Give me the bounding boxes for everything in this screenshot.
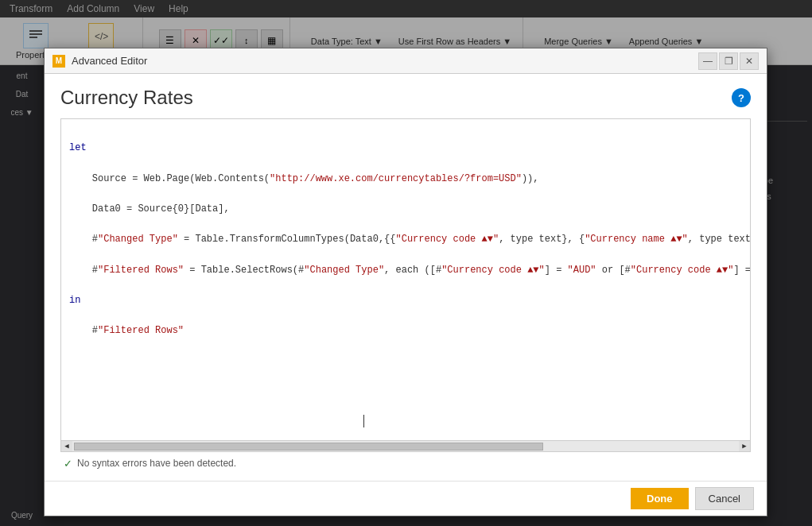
modal-controls: — ❐ ✕ (698, 52, 759, 70)
minimize-button[interactable]: — (698, 52, 717, 70)
cancel-button[interactable]: Cancel (695, 487, 754, 510)
text-cursor (363, 415, 364, 427)
modal-titlebar: M Advanced Editor — ❐ ✕ (45, 48, 767, 74)
status-text: No syntax errors have been detected. (77, 458, 236, 469)
status-bar: ✓ No syntax errors have been detected. (60, 452, 751, 474)
status-check-icon: ✓ (64, 458, 72, 470)
modal-header: Currency Rates ? (60, 87, 751, 109)
done-button[interactable]: Done (631, 488, 689, 509)
scroll-left-button[interactable]: ◀ (61, 441, 72, 452)
horizontal-scrollbar[interactable]: ◀ ▶ (61, 440, 750, 451)
modal-icon: M (52, 55, 65, 68)
code-content[interactable]: let Source = Web.Page(Web.Contents("http… (61, 119, 750, 440)
code-editor[interactable]: let Source = Web.Page(Web.Contents("http… (60, 118, 751, 452)
advanced-editor-modal: M Advanced Editor — ❐ ✕ Currency Rates ?… (44, 48, 767, 516)
scroll-track[interactable] (72, 441, 739, 451)
modal-heading: Currency Rates (60, 87, 193, 109)
modal-footer: Done Cancel (45, 481, 767, 516)
scroll-right-button[interactable]: ▶ (739, 441, 750, 452)
close-button[interactable]: ✕ (740, 52, 759, 70)
scroll-thumb[interactable] (74, 443, 543, 451)
modal-title: Advanced Editor (72, 55, 698, 67)
help-button[interactable]: ? (732, 88, 751, 107)
restore-button[interactable]: ❐ (719, 52, 738, 70)
modal-content: Currency Rates ? let Source = Web.Page(W… (45, 74, 767, 481)
